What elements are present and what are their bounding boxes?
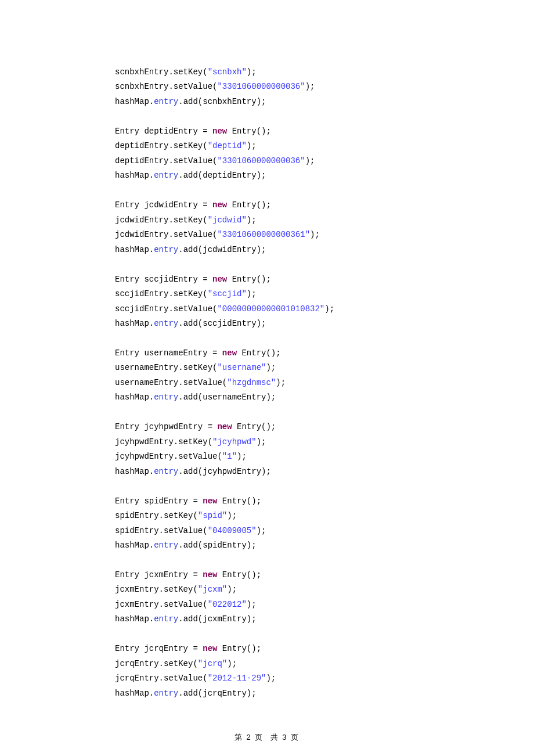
code-line: sccjidEntry.setKey("sccjid"); <box>115 287 534 301</box>
code-line: hashMap.entry.add(jcxmEntry); <box>115 612 534 627</box>
code-line: jcrqEntry.setKey("jcrq"); <box>115 657 534 671</box>
code-listing: scnbxhEntry.setKey("scnbxh");scnbxhEntry… <box>0 65 534 701</box>
code-line: Entry deptidEntry = new Entry(); <box>115 124 534 139</box>
code-line: usernameEntry.setKey("username"); <box>115 361 534 375</box>
code-line: hashMap.entry.add(jcyhpwdEntry); <box>115 465 534 479</box>
code-line: jcrqEntry.setValue("2012-11-29"); <box>115 671 534 686</box>
footer-mid2: 页 <box>291 733 300 741</box>
footer-page-total: 3 <box>282 733 287 741</box>
blank-line <box>115 109 534 124</box>
code-line: usernameEntry.setValue("hzgdnmsc"); <box>115 376 534 390</box>
code-line: scnbxhEntry.setKey("scnbxh"); <box>115 65 534 80</box>
document-page: scnbxhEntry.setKey("scnbxh");scnbxhEntry… <box>0 0 534 756</box>
code-line: Entry spidEntry = new Entry(); <box>115 494 534 509</box>
code-line: Entry jcdwidEntry = new Entry(); <box>115 198 534 213</box>
footer-prefix: 第 <box>234 733 243 741</box>
code-line: deptidEntry.setKey("deptid"); <box>115 139 534 153</box>
code-line: hashMap.entry.add(jcdwidEntry); <box>115 243 534 257</box>
code-line: jcyhpwdEntry.setKey("jcyhpwd"); <box>115 435 534 449</box>
code-line: sccjidEntry.setValue("000000000000010108… <box>115 302 534 316</box>
code-line: Entry jcrqEntry = new Entry(); <box>115 642 534 656</box>
code-line: spidEntry.setKey("spid"); <box>115 509 534 523</box>
code-line: jcdwidEntry.setValue("33010600000000361"… <box>115 228 534 242</box>
code-line: hashMap.entry.add(sccjidEntry); <box>115 316 534 331</box>
blank-line <box>115 479 534 494</box>
blank-line <box>115 553 534 567</box>
code-line: hashMap.entry.add(scnbxhEntry); <box>115 95 534 109</box>
code-line: Entry jcxmEntry = new Entry(); <box>115 568 534 582</box>
blank-line <box>115 183 534 198</box>
code-line: Entry usernameEntry = new Entry(); <box>115 346 534 361</box>
blank-line <box>115 405 534 420</box>
blank-line <box>115 257 534 272</box>
code-line: jcdwidEntry.setKey("jcdwid"); <box>115 213 534 228</box>
code-line: hashMap.entry.add(usernameEntry); <box>115 390 534 405</box>
code-line: deptidEntry.setValue("3301060000000036")… <box>115 154 534 168</box>
code-line: hashMap.entry.add(jcrqEntry); <box>115 686 534 701</box>
code-line: jcxmEntry.setValue("022012"); <box>115 597 534 612</box>
code-line: jcyhpwdEntry.setValue("1"); <box>115 449 534 464</box>
code-line: hashMap.entry.add(spidEntry); <box>115 538 534 553</box>
code-line: hashMap.entry.add(deptidEntry); <box>115 168 534 183</box>
footer-sep: 共 <box>270 733 279 741</box>
code-line: scnbxhEntry.setValue("3301060000000036")… <box>115 80 534 94</box>
page-footer: 第 2 页 共 3 页 <box>0 730 534 744</box>
code-line: Entry sccjidEntry = new Entry(); <box>115 272 534 287</box>
blank-line <box>115 627 534 642</box>
footer-mid1: 页 <box>255 733 264 741</box>
blank-line <box>115 331 534 345</box>
code-line: jcxmEntry.setKey("jcxm"); <box>115 582 534 597</box>
footer-page-current: 2 <box>247 733 252 741</box>
code-line: spidEntry.setValue("04009005"); <box>115 524 534 538</box>
code-line: Entry jcyhpwdEntry = new Entry(); <box>115 420 534 434</box>
